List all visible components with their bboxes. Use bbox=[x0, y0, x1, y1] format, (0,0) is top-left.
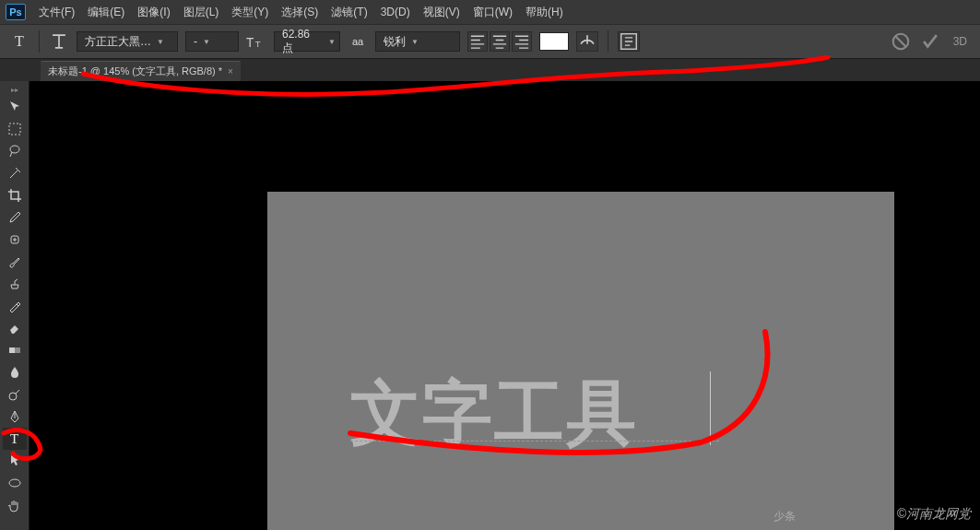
commit-icon[interactable] bbox=[920, 31, 940, 52]
font-family-value: 方正正大黑… bbox=[85, 34, 151, 50]
svg-rect-4 bbox=[9, 124, 20, 135]
font-family-dropdown[interactable]: 方正正大黑… ▼ bbox=[77, 31, 178, 52]
text-align-group bbox=[467, 31, 532, 52]
close-tab-icon[interactable]: × bbox=[228, 66, 233, 77]
align-center-button[interactable] bbox=[490, 31, 510, 52]
text-baseline bbox=[350, 441, 719, 442]
commit-group: 3D bbox=[891, 31, 971, 52]
character-panel-button[interactable] bbox=[618, 31, 640, 52]
menu-layer[interactable]: 图层(L) bbox=[183, 5, 219, 20]
brush-tool[interactable] bbox=[3, 251, 27, 273]
hand-tool[interactable] bbox=[3, 494, 27, 516]
lasso-tool[interactable] bbox=[3, 140, 27, 162]
warp-text-button[interactable] bbox=[576, 31, 598, 52]
menu-filter[interactable]: 滤镜(T) bbox=[331, 5, 367, 20]
gradient-tool[interactable] bbox=[3, 339, 27, 361]
magic-wand-tool[interactable] bbox=[3, 162, 27, 184]
history-brush-tool[interactable] bbox=[3, 295, 27, 317]
font-style-dropdown[interactable]: - ▼ bbox=[185, 31, 239, 52]
type-tool[interactable]: T bbox=[3, 428, 27, 450]
healing-brush-tool[interactable] bbox=[3, 229, 27, 251]
3d-button[interactable]: 3D bbox=[950, 31, 971, 52]
menu-bar: Ps 文件(F) 编辑(E) 图像(I) 图层(L) 类型(Y) 选择(S) 滤… bbox=[0, 0, 980, 24]
eraser-tool[interactable] bbox=[3, 317, 27, 339]
pen-tool[interactable] bbox=[3, 406, 27, 428]
menu-file[interactable]: 文件(F) bbox=[39, 5, 75, 20]
app-logo: Ps bbox=[6, 4, 26, 20]
path-selection-tool[interactable] bbox=[3, 450, 27, 472]
svg-point-9 bbox=[9, 393, 17, 400]
clone-stamp-tool[interactable] bbox=[3, 273, 27, 295]
svg-point-10 bbox=[9, 479, 20, 487]
canvas-area[interactable]: 文字工具 bbox=[30, 81, 980, 530]
document-canvas[interactable]: 文字工具 bbox=[267, 192, 894, 530]
menu-view[interactable]: 视图(V) bbox=[423, 5, 460, 20]
separator bbox=[39, 30, 40, 53]
antialias-dropdown[interactable]: 锐利 ▼ bbox=[375, 31, 460, 52]
marquee-tool[interactable] bbox=[3, 118, 27, 140]
options-bar: T 方正正大黑… ▼ - ▼ TT 62.86 点 ▼ aa 锐利 ▼ bbox=[0, 24, 980, 59]
svg-point-5 bbox=[10, 146, 19, 153]
svg-rect-8 bbox=[9, 347, 15, 353]
crop-tool[interactable] bbox=[3, 184, 27, 206]
menu-window[interactable]: 窗口(W) bbox=[473, 5, 513, 20]
dodge-tool[interactable] bbox=[3, 383, 27, 406]
align-left-button[interactable] bbox=[467, 31, 488, 52]
text-orientation-icon[interactable] bbox=[49, 31, 69, 52]
cancel-icon[interactable] bbox=[891, 31, 911, 52]
text-color-swatch[interactable] bbox=[539, 32, 569, 51]
font-size-value: 62.86 点 bbox=[282, 28, 323, 56]
text-layer[interactable]: 文字工具 bbox=[350, 367, 638, 462]
watermark-text: ©河南龙网党 bbox=[897, 506, 971, 523]
menu-select[interactable]: 选择(S) bbox=[281, 5, 318, 20]
menu-3d[interactable]: 3D(D) bbox=[381, 6, 410, 18]
font-size-dropdown[interactable]: 62.86 点 ▼ bbox=[274, 31, 340, 52]
font-style-value: - bbox=[194, 35, 197, 48]
svg-text:T: T bbox=[255, 39, 261, 49]
document-tab-title: 未标题-1 @ 145% (文字工具, RGB/8) * bbox=[48, 65, 222, 78]
eyedropper-tool[interactable] bbox=[3, 206, 27, 229]
chevron-down-icon: ▼ bbox=[203, 38, 210, 46]
chevron-down-icon: ▼ bbox=[157, 38, 164, 46]
antialias-icon: aa bbox=[348, 31, 368, 52]
svg-text:T: T bbox=[246, 36, 254, 50]
tool-preset-icon[interactable]: T bbox=[9, 31, 30, 52]
separator bbox=[608, 30, 608, 53]
blur-tool[interactable] bbox=[3, 361, 27, 383]
toolbox-collapse-icon[interactable]: ▸▸ bbox=[2, 85, 28, 94]
shape-tool[interactable] bbox=[3, 472, 27, 494]
toolbox: ▸▸ T bbox=[0, 81, 30, 530]
document-tab[interactable]: 未标题-1 @ 145% (文字工具, RGB/8) * × bbox=[41, 61, 241, 81]
antialias-value: 锐利 bbox=[384, 34, 406, 50]
chevron-down-icon: ▼ bbox=[411, 38, 419, 46]
font-size-icon: TT bbox=[246, 31, 266, 52]
text-caret bbox=[710, 371, 711, 445]
menu-image[interactable]: 图像(I) bbox=[137, 5, 170, 20]
move-tool[interactable] bbox=[3, 96, 27, 118]
watermark-logo: 少条 bbox=[773, 509, 796, 524]
menu-type[interactable]: 类型(Y) bbox=[231, 5, 268, 20]
menu-help[interactable]: 帮助(H) bbox=[525, 5, 563, 20]
chevron-down-icon: ▼ bbox=[328, 38, 336, 46]
align-right-button[interactable] bbox=[512, 31, 532, 52]
document-tab-bar: 未标题-1 @ 145% (文字工具, RGB/8) * × bbox=[0, 59, 980, 81]
menu-edit[interactable]: 编辑(E) bbox=[88, 5, 124, 20]
